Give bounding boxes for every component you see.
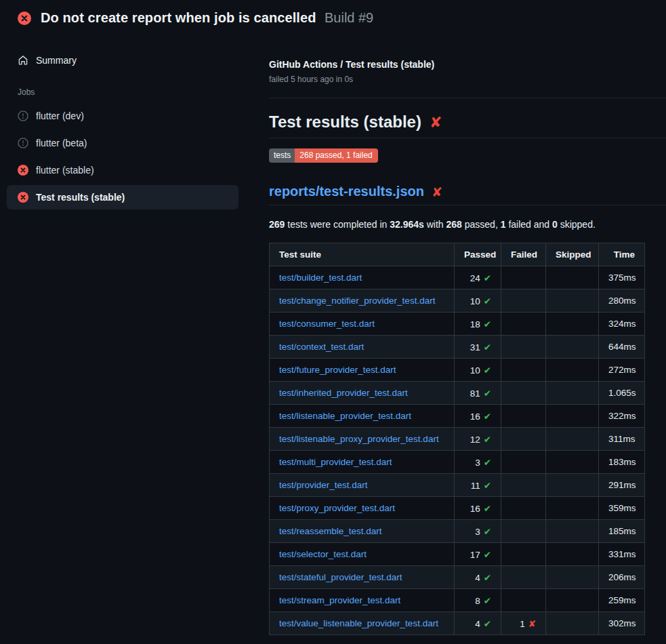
check-run-page: Do not create report when job is cancell… — [0, 0, 666, 644]
test-suite-cell: test/value_listenable_provider_test.dart — [270, 612, 455, 635]
skipped-cell — [546, 612, 599, 635]
count-value: 3 — [475, 527, 480, 537]
count-value: 24 — [470, 273, 480, 283]
failed-cell — [501, 520, 546, 543]
count-value: 31 — [470, 342, 480, 353]
test-suite-cell: test/proxy_provider_test.dart — [270, 497, 455, 520]
count-value: 4 — [475, 619, 480, 629]
table-row: test/selector_test.dart17✔331ms — [270, 543, 645, 566]
table-row: test/listenable_proxy_provider_test.dart… — [270, 428, 645, 451]
failed-cell — [501, 428, 546, 451]
skipped-cell — [546, 313, 599, 336]
tests-badge-value: 268 passed, 1 failed — [295, 148, 377, 163]
count-value: 18 — [470, 319, 480, 329]
check-icon: ✔ — [484, 526, 491, 537]
report-file-link[interactable]: reports/test-results.json — [269, 184, 424, 199]
skipped-cell — [546, 543, 599, 566]
section-title-text: Test results (stable) — [269, 113, 421, 132]
skipped-cell — [546, 266, 599, 289]
time-cell: 291ms — [599, 474, 645, 497]
check-icon: ✔ — [484, 319, 491, 329]
skipped-cell — [546, 474, 599, 497]
check-icon: ✔ — [484, 572, 491, 583]
test-suite-cell: test/provider_test.dart — [270, 474, 455, 497]
skipped-cell — [546, 589, 599, 612]
table-row: test/listenable_provider_test.dart16✔322… — [270, 405, 645, 428]
x-circle-icon — [18, 192, 28, 203]
column-header-passed: Passed — [455, 243, 501, 266]
skipped-cell — [546, 520, 599, 543]
summary-text: passed, — [462, 219, 501, 230]
failed-cell — [501, 497, 546, 520]
test-suite-link[interactable]: test/multi_provider_test.dart — [279, 457, 392, 467]
test-suite-cell: test/listenable_proxy_provider_test.dart — [270, 428, 455, 451]
check-icon: ✔ — [484, 618, 491, 629]
sidebar-item-label: Summary — [36, 55, 77, 66]
time-cell: 272ms — [599, 359, 645, 382]
sidebar-item-flutter-dev[interactable]: flutter (dev) — [7, 104, 238, 128]
skipped-cell — [546, 336, 599, 359]
failed-x-icon: ✘ — [430, 114, 442, 131]
count-value: 12 — [470, 435, 480, 445]
table-row: test/value_listenable_provider_test.dart… — [270, 612, 645, 635]
table-row: test/reassemble_test.dart3✔185ms — [270, 520, 645, 543]
test-suite-link[interactable]: test/consumer_test.dart — [279, 319, 375, 329]
skipped-cell — [546, 289, 599, 313]
test-suite-link[interactable]: test/inherited_provider_test.dart — [279, 388, 408, 398]
time-cell: 280ms — [599, 289, 645, 313]
section-title: Test results (stable) ✘ — [269, 113, 666, 138]
test-suite-link[interactable]: test/value_listenable_provider_test.dart — [279, 618, 438, 628]
table-row: test/provider_test.dart11✔291ms — [270, 474, 645, 497]
x-icon: ✘ — [528, 618, 536, 629]
check-icon: ✔ — [484, 457, 491, 468]
test-suite-link[interactable]: test/future_provider_test.dart — [279, 365, 396, 375]
test-suite-cell: test/future_provider_test.dart — [270, 359, 455, 382]
test-suite-link[interactable]: test/selector_test.dart — [279, 549, 367, 559]
test-suite-cell: test/stream_provider_test.dart — [270, 589, 455, 612]
passed-cell: 3✔ — [455, 451, 501, 474]
column-header-failed: Failed — [501, 243, 546, 266]
sidebar-item-test-results-stable[interactable]: Test results (stable) — [7, 185, 238, 209]
test-suite-link[interactable]: test/stateful_provider_test.dart — [279, 572, 402, 582]
test-suite-link[interactable]: test/change_notifier_provider_test.dart — [279, 296, 435, 306]
passed-cell: 24✔ — [455, 266, 501, 289]
passed-cell: 10✔ — [455, 359, 501, 382]
test-suite-link[interactable]: test/listenable_proxy_provider_test.dart — [279, 434, 439, 444]
time-cell: 359ms — [599, 497, 645, 520]
test-suite-cell: test/context_test.dart — [270, 336, 455, 359]
test-suite-cell: test/inherited_provider_test.dart — [270, 382, 455, 405]
test-suite-link[interactable]: test/context_test.dart — [279, 342, 364, 352]
test-suite-link[interactable]: test/builder_test.dart — [279, 273, 362, 283]
time-cell: 206ms — [599, 566, 645, 589]
page-title-group: Do not create report when job is cancell… — [41, 10, 373, 26]
time-cell: 375ms — [599, 266, 645, 289]
test-suite-cell: test/listenable_provider_test.dart — [270, 405, 455, 428]
table-row: test/builder_test.dart24✔375ms — [270, 266, 645, 289]
test-suite-link[interactable]: test/provider_test.dart — [279, 480, 368, 490]
sidebar-item-label: Test results (stable) — [36, 192, 125, 203]
sidebar-item-summary[interactable]: Summary — [7, 48, 238, 73]
sidebar-item-flutter-stable[interactable]: flutter (stable) — [7, 158, 238, 182]
failed-cell — [501, 359, 546, 382]
test-suite-link[interactable]: test/proxy_provider_test.dart — [279, 503, 395, 513]
table-row: test/stateful_provider_test.dart4✔206ms — [270, 566, 645, 589]
main-panel: GitHub Actions / Test results (stable) f… — [269, 35, 666, 635]
count-value: 16 — [470, 411, 480, 422]
summary-text: 268 — [446, 219, 462, 230]
failed-cell — [501, 474, 546, 497]
passed-cell: 17✔ — [455, 543, 501, 566]
failed-cell — [501, 313, 546, 336]
check-icon: ✔ — [484, 365, 491, 376]
skipped-cell — [546, 359, 599, 382]
time-cell: 324ms — [599, 313, 645, 336]
test-suite-link[interactable]: test/stream_provider_test.dart — [279, 595, 400, 605]
page-title: Do not create report when job is cancell… — [41, 10, 316, 25]
sidebar-item-flutter-beta[interactable]: flutter (beta) — [7, 131, 238, 155]
stop-icon — [18, 110, 28, 121]
test-suite-cell: test/builder_test.dart — [270, 266, 455, 289]
time-cell: 311ms — [599, 428, 645, 451]
test-suite-link[interactable]: test/listenable_provider_test.dart — [279, 411, 411, 421]
test-suite-link[interactable]: test/reassemble_test.dart — [279, 526, 382, 536]
count-value: 4 — [475, 573, 480, 583]
skipped-cell — [546, 451, 599, 474]
